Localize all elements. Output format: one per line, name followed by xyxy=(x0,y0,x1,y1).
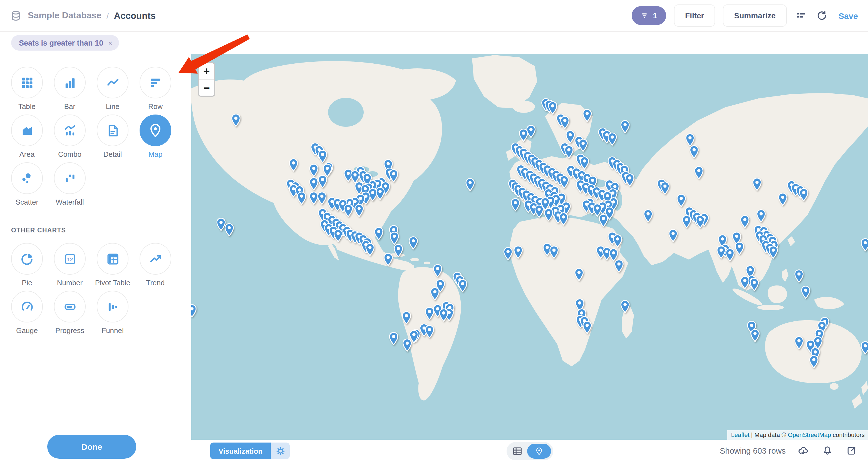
line-chart-icon xyxy=(105,75,120,90)
svg-text:12: 12 xyxy=(67,256,72,262)
viz-type-table[interactable]: Table xyxy=(6,67,49,111)
leaflet-link[interactable]: Leaflet xyxy=(731,431,749,438)
filter-button[interactable]: Filter xyxy=(674,4,715,27)
notebook-icon[interactable] xyxy=(795,9,807,22)
attribution-text: | Map data © xyxy=(750,431,788,438)
viz-type-pie[interactable]: Pie xyxy=(6,243,49,287)
breadcrumb-separator: / xyxy=(106,11,109,20)
viz-type-row[interactable]: Row xyxy=(134,67,177,111)
openstreetmap-link[interactable]: OpenStreetMap xyxy=(788,431,831,438)
map-attribution: Leaflet | Map data © OpenStreetMap contr… xyxy=(727,430,868,440)
gear-icon xyxy=(276,446,285,456)
viz-type-gauge[interactable]: Gauge xyxy=(6,291,49,335)
main-chart-grid: Table Bar Line xyxy=(6,67,191,206)
other-chart-grid: Pie 12 Number Pivot T xyxy=(6,243,191,335)
filter-count: 1 xyxy=(653,11,657,20)
breadcrumb-table[interactable]: Accounts xyxy=(114,10,155,21)
viz-type-funnel[interactable]: Funnel xyxy=(91,291,134,335)
bottom-bar: Visualization xyxy=(191,440,868,462)
filter-chip-label: Seats is greater than 10 xyxy=(19,39,103,47)
map-view-icon xyxy=(535,447,543,455)
visualization-button[interactable]: Visualization xyxy=(210,442,271,459)
done-button[interactable]: Done xyxy=(47,435,136,459)
download-icon[interactable] xyxy=(796,444,810,458)
breadcrumb: Sample Database / Accounts xyxy=(9,9,156,23)
viz-type-line[interactable]: Line xyxy=(91,67,134,111)
pivot-table-icon xyxy=(105,252,120,266)
trend-icon xyxy=(148,252,163,266)
save-button[interactable]: Save xyxy=(839,11,858,20)
remove-filter-icon[interactable]: × xyxy=(108,39,112,47)
active-filter-count-pill[interactable]: 1 xyxy=(632,6,666,25)
refresh-icon[interactable] xyxy=(815,9,829,22)
bar-chart-icon xyxy=(63,75,77,90)
map-zoom-control: + − xyxy=(198,62,215,97)
progress-icon xyxy=(63,299,77,314)
share-icon[interactable] xyxy=(845,444,858,458)
zoom-in-button[interactable]: + xyxy=(199,63,214,80)
map-view-toggle-selected[interactable] xyxy=(527,443,551,458)
viz-type-map[interactable]: Map xyxy=(134,115,177,158)
viz-type-number[interactable]: 12 Number xyxy=(49,243,91,287)
viz-type-trend[interactable]: Trend xyxy=(134,243,177,287)
table-view-icon[interactable] xyxy=(512,445,522,456)
viz-type-progress[interactable]: Progress xyxy=(49,291,91,335)
map-visualization[interactable]: + − Leaflet | Map data © OpenStreetMap c… xyxy=(191,54,868,440)
gauge-icon xyxy=(20,299,34,314)
other-charts-heading: OTHER CHARTS xyxy=(11,227,191,234)
database-icon xyxy=(9,9,23,23)
table-chart-icon xyxy=(20,75,34,90)
visualization-settings-button[interactable] xyxy=(271,442,290,459)
visualization-sidebar: Table Bar Line xyxy=(0,54,191,462)
number-icon: 12 xyxy=(63,252,77,266)
breadcrumb-database[interactable]: Sample Database xyxy=(28,10,101,21)
detail-icon xyxy=(105,123,120,137)
summarize-button[interactable]: Summarize xyxy=(723,4,787,27)
table-map-toggle xyxy=(506,442,553,460)
funnel-chart-icon xyxy=(105,299,120,314)
area-chart-icon xyxy=(20,123,34,137)
viz-type-bar[interactable]: Bar xyxy=(49,67,91,111)
pie-chart-icon xyxy=(20,252,34,266)
filter-bar: Seats is greater than 10 × xyxy=(0,32,868,54)
funnel-icon xyxy=(641,11,649,20)
viz-type-waterfall[interactable]: Waterfall xyxy=(49,162,91,206)
world-map xyxy=(191,54,868,440)
row-count-status: Showing 603 rows xyxy=(720,446,786,455)
bell-icon[interactable] xyxy=(821,444,834,458)
viz-type-combo[interactable]: Combo xyxy=(49,115,91,158)
filter-chip[interactable]: Seats is greater than 10 × xyxy=(11,35,119,51)
waterfall-chart-icon xyxy=(63,171,77,185)
app-header: Sample Database / Accounts 1 Filter Summ… xyxy=(0,0,868,32)
viz-type-scatter[interactable]: Scatter xyxy=(6,162,49,206)
combo-chart-icon xyxy=(63,123,77,137)
attribution-suffix: contributors xyxy=(831,431,865,438)
row-chart-icon xyxy=(148,75,163,90)
scatter-chart-icon xyxy=(20,171,34,185)
zoom-out-button[interactable]: − xyxy=(199,80,214,96)
viz-type-area[interactable]: Area xyxy=(6,115,49,158)
viz-type-pivot-table[interactable]: Pivot Table xyxy=(91,243,134,287)
viz-type-detail[interactable]: Detail xyxy=(91,115,134,158)
map-pin-icon xyxy=(148,123,163,138)
